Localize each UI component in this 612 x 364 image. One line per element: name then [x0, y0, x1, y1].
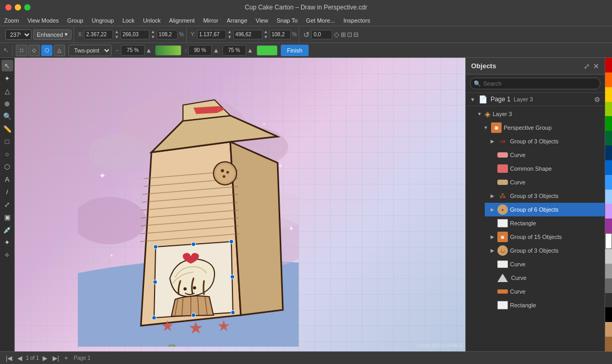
enhanced-button[interactable]: Enhanced ▾ [33, 29, 72, 40]
gear-button[interactable]: ⚙ [594, 96, 600, 103]
tree-item-curve3[interactable]: Curve [485, 257, 605, 271]
tree-item-curve1[interactable]: Curve [485, 148, 605, 162]
tree-item-group3c[interactable]: ▶ 🍪 Group of 3 Objects [485, 244, 605, 257]
rotation-input[interactable] [311, 30, 332, 39]
color-red[interactable] [605, 58, 612, 72]
grid-icon1[interactable]: ⊞ [341, 31, 346, 38]
zoom1-up[interactable]: ▲ [146, 47, 152, 54]
tree-item-group3a[interactable]: ▶ ⇒ Group of 3 Objects [485, 134, 605, 148]
color-yellow[interactable] [605, 87, 612, 102]
group15-expand-icon[interactable]: ▶ [489, 234, 495, 240]
w-down[interactable]: ▼ [151, 35, 155, 39]
h2-input[interactable] [270, 30, 291, 39]
color-light-blue[interactable] [605, 175, 612, 190]
tree-item-group3b[interactable]: ▶ ⁂ Group of 3 Objects [485, 189, 605, 203]
color-lavender[interactable] [605, 204, 612, 219]
tree-item-layer3[interactable]: ▼ ◈ Layer 3 [472, 107, 605, 121]
color-yellow-green[interactable] [605, 102, 612, 117]
group3b-expand-icon[interactable]: ▶ [489, 193, 495, 199]
h-input[interactable] [233, 30, 262, 39]
page-expand-icon[interactable]: ▼ [470, 97, 475, 102]
interactive-tool[interactable]: ✦ [2, 236, 13, 248]
color-blue[interactable] [605, 160, 612, 175]
layer3-expand-icon[interactable]: ▼ [476, 111, 483, 117]
persp-icon1[interactable]: □ [16, 45, 27, 56]
connector-tool[interactable]: ⤢ [2, 199, 13, 210]
menu-alignment[interactable]: Alignment [169, 17, 195, 24]
close-button[interactable] [5, 4, 12, 11]
freehand-tool[interactable]: ✏️ [2, 123, 13, 134]
persp-icon2[interactable]: ◇ [28, 45, 40, 56]
tree-item-group6[interactable]: ▶ ● Group of 6 Objects [485, 203, 605, 216]
add-page-btn[interactable]: + [63, 355, 69, 362]
menu-zoom[interactable]: Zoom [4, 17, 19, 24]
tree-item-curve5[interactable]: Curve [485, 285, 605, 298]
x-input[interactable] [84, 30, 113, 39]
h-up[interactable]: ▲ [264, 29, 268, 34]
panel-close-btn[interactable]: ✕ [593, 62, 599, 70]
menu-view[interactable]: View [256, 17, 268, 24]
rectangle-tool[interactable]: □ [2, 136, 13, 147]
zoom2-stepper[interactable]: ▲ [213, 47, 219, 54]
eyedropper-tool[interactable]: 💉 [2, 224, 13, 235]
arrow-tool-icon[interactable]: ↖ [3, 46, 9, 54]
x-up-arrow[interactable]: ▲ [115, 29, 119, 34]
group6-expand-icon[interactable]: ▶ [489, 206, 495, 213]
shape-tool[interactable]: △ [2, 85, 13, 97]
next-page-btn[interactable]: ▶ [41, 355, 49, 362]
menu-unlock[interactable]: Unlock [143, 17, 161, 24]
menu-ungroup[interactable]: Ungroup [91, 17, 114, 24]
color-dark-gray[interactable] [605, 278, 612, 293]
canvas-area[interactable]: ★ ★ ★ ♻ ✦ ✦ ✦ ✦ ✦ [15, 58, 465, 351]
zoom-tool[interactable]: 🔍 [2, 110, 13, 122]
color-brown[interactable] [605, 337, 612, 351]
menu-snap-to[interactable]: Snap To [277, 17, 298, 24]
finish-button[interactable]: Finish [281, 45, 309, 56]
window-controls[interactable] [5, 4, 30, 11]
persp-icon3[interactable]: ⬡ [41, 45, 53, 56]
grid-icon2[interactable]: ⊡ [347, 31, 352, 38]
menu-arrange[interactable]: Arrange [227, 17, 247, 24]
maximize-button[interactable] [24, 4, 30, 11]
tree-item-perspective-group[interactable]: ▼ ▣ Perspective Group [478, 121, 605, 134]
last-page-btn[interactable]: ▶| [51, 355, 60, 362]
minimize-button[interactable] [15, 4, 21, 11]
perspective-type-select[interactable]: Two-point [68, 45, 111, 56]
blend-tool[interactable]: ⟡ [2, 249, 13, 261]
zoom3-input[interactable] [222, 45, 246, 56]
grid-icon3[interactable]: ⊟ [353, 31, 359, 38]
panel-resize-btn[interactable]: ⤢ [584, 62, 590, 70]
menu-get-more[interactable]: Get More... [306, 17, 335, 24]
line-tool[interactable]: / [2, 186, 13, 197]
w2-input[interactable] [157, 30, 178, 39]
search-input[interactable] [470, 78, 600, 89]
group3c-expand-icon[interactable]: ▶ [489, 247, 495, 254]
zoom2-input[interactable] [188, 45, 212, 56]
menu-inspectors[interactable]: Inspectors [343, 17, 370, 24]
tree-item-rect1[interactable]: Rectangle [485, 216, 605, 230]
zoom3-stepper[interactable]: ▲ [247, 47, 253, 54]
y-up[interactable]: ▲ [228, 29, 232, 34]
menu-group[interactable]: Group [67, 17, 84, 24]
color-dark-blue[interactable] [605, 145, 612, 160]
color-purple[interactable] [605, 219, 612, 233]
color-medium-gray[interactable] [605, 264, 612, 278]
select-tool[interactable]: ↖ [2, 60, 13, 71]
zoom1-input[interactable] [121, 45, 145, 56]
menu-view-modes[interactable]: View Modes [27, 17, 59, 24]
polygon-tool[interactable]: ⬡ [2, 161, 13, 172]
h-down[interactable]: ▼ [264, 35, 268, 39]
tree-item-group15[interactable]: ▶ ▣ Group of 15 Objects [485, 230, 605, 244]
color-darker-gray[interactable] [605, 293, 612, 308]
color-tan[interactable] [605, 322, 612, 337]
color-green[interactable] [605, 116, 612, 131]
first-page-btn[interactable]: |◀ [4, 355, 14, 362]
tree-item-rect2[interactable]: Rectangle [485, 298, 605, 312]
menu-lock[interactable]: Lock [123, 17, 135, 24]
group3a-expand-icon[interactable]: ▶ [489, 138, 495, 144]
zoom-select[interactable]: 237% [5, 29, 32, 40]
color-dark-green[interactable] [605, 131, 612, 145]
pick-tool[interactable]: ✦ [2, 72, 13, 84]
crop-tool[interactable]: ⊕ [2, 98, 13, 109]
tree-item-common-shape[interactable]: Common Shape [485, 162, 605, 175]
